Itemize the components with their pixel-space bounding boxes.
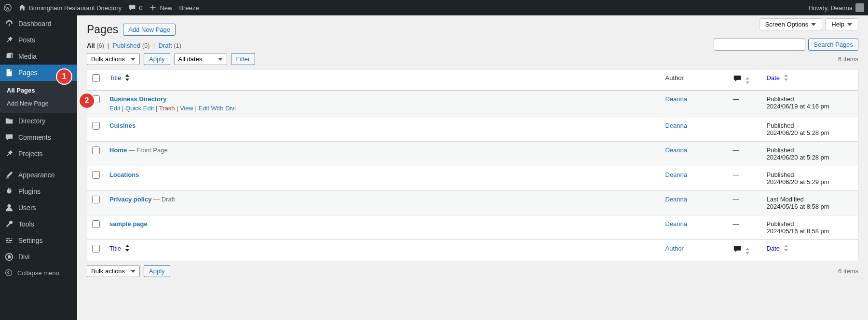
adminbar-comments[interactable]: 0: [128, 4, 142, 12]
admin-bar: Birmingham Restaurant Directory 0 New Br…: [0, 0, 868, 15]
comment-icon: [128, 4, 136, 12]
adminbar-new-label: New: [160, 4, 172, 12]
adminbar-comments-count: 0: [139, 4, 142, 12]
plus-icon: [149, 4, 157, 12]
wp-logo[interactable]: [4, 4, 12, 12]
site-title: Birmingham Restaurant Directory: [29, 4, 122, 12]
home-icon: [18, 4, 26, 12]
adminbar-howdy[interactable]: Howdy, Deanna: [808, 3, 864, 12]
adminbar-breeze[interactable]: Breeze: [179, 4, 199, 12]
adminbar-new[interactable]: New: [149, 4, 172, 12]
site-home[interactable]: Birmingham Restaurant Directory: [18, 4, 122, 12]
avatar: [855, 3, 864, 12]
svg-point-0: [4, 4, 11, 11]
